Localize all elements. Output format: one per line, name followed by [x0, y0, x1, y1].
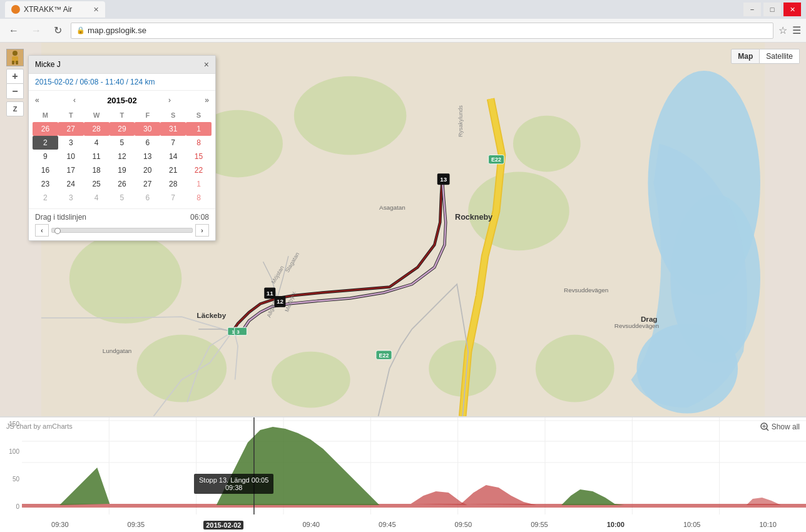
svg-point-7: [513, 116, 581, 172]
zoom-in-button[interactable]: +: [6, 69, 24, 84]
calendar-day[interactable]: 29: [110, 122, 135, 136]
svg-rect-42: [12, 61, 14, 64]
bookmark-button[interactable]: ☆: [778, 24, 787, 36]
calendar-day[interactable]: 9: [33, 150, 58, 163]
restore-button[interactable]: □: [763, 3, 781, 16]
calendar-day[interactable]: 26: [33, 122, 58, 136]
cal-last-button[interactable]: »: [202, 95, 212, 106]
calendar-day[interactable]: 6: [135, 191, 160, 205]
map-controls: + − Z: [6, 49, 24, 116]
calendar-day[interactable]: 23: [33, 177, 58, 191]
tab-close-icon[interactable]: ✕: [93, 6, 99, 14]
back-button[interactable]: ←: [5, 24, 23, 38]
calendar-day[interactable]: 28: [160, 177, 186, 191]
time-label-0930: 09:30: [51, 521, 69, 529]
satellite-view-button[interactable]: Satellite: [760, 49, 800, 64]
calendar-day[interactable]: 24: [58, 177, 84, 191]
calendar-day[interactable]: 14: [160, 150, 186, 163]
calendar-day[interactable]: 16: [33, 163, 58, 177]
svg-text:Revsuddevägen: Revsuddevägen: [564, 287, 608, 294]
calendar-day[interactable]: 8: [186, 191, 212, 205]
calendar-day[interactable]: 18: [84, 163, 110, 177]
calendar-day[interactable]: 22: [186, 163, 212, 177]
panel-close-button[interactable]: ×: [204, 59, 209, 69]
calendar-day[interactable]: 1: [186, 122, 212, 136]
calendar-day[interactable]: 5: [110, 136, 135, 150]
calendar-day[interactable]: 2: [33, 191, 58, 205]
timeline-slider-row: ‹ ›: [35, 224, 209, 237]
calendar-day[interactable]: 28: [84, 122, 110, 136]
zoom-out-button[interactable]: −: [6, 84, 24, 99]
menu-button[interactable]: ☰: [792, 24, 801, 36]
calendar-day[interactable]: 27: [135, 177, 160, 191]
calendar-day[interactable]: 8: [186, 136, 212, 150]
y-label-0: 0: [16, 503, 19, 510]
svg-point-13: [536, 335, 615, 402]
calendar-day[interactable]: 30: [135, 122, 160, 136]
time-label-1010: 10:10: [759, 521, 777, 529]
calendar-day[interactable]: 12: [110, 150, 135, 163]
cal-next-button[interactable]: ›: [166, 95, 173, 106]
y-label-100: 100: [9, 448, 19, 455]
tab-title: XTRAKK™ Air: [24, 5, 72, 14]
drag-label: Drag i tidslinjen: [35, 213, 86, 222]
calendar-day[interactable]: 1: [186, 177, 212, 191]
calendar-day[interactable]: 25: [84, 177, 110, 191]
zoom-reset-button[interactable]: Z: [6, 101, 24, 116]
map-area[interactable]: E22 E22 13 3 Rockneby Asagatan Läckeby D…: [0, 43, 806, 416]
calendar-day[interactable]: 10: [58, 150, 84, 163]
calendar-day[interactable]: 19: [110, 163, 135, 177]
svg-rect-43: [16, 61, 18, 64]
calendar-day[interactable]: 15: [186, 150, 212, 163]
time-label-0955: 09:55: [531, 521, 548, 529]
calendar-day[interactable]: 6: [135, 136, 160, 150]
svg-point-10: [272, 352, 350, 408]
calendar-day[interactable]: 5: [110, 191, 135, 205]
time-label-0945: 09:45: [379, 521, 396, 529]
address-lock-icon: 🔒: [76, 26, 85, 34]
calendar-day[interactable]: 4: [84, 191, 110, 205]
time-label-date: 2015-02-02: [203, 521, 243, 529]
tab-favicon: [11, 5, 20, 14]
address-bar[interactable]: 🔒 map.gpslogik.se: [71, 23, 773, 39]
calendar-day[interactable]: 7: [160, 191, 186, 205]
calendar-day[interactable]: 2: [33, 136, 58, 150]
calendar-day[interactable]: 3: [58, 191, 84, 205]
reload-button[interactable]: ↻: [50, 23, 66, 38]
time-label-1000: 10:00: [607, 521, 625, 529]
person-button[interactable]: [6, 49, 24, 66]
calendar-day[interactable]: 27: [58, 122, 84, 136]
chart-svg: [22, 417, 806, 514]
cal-prev-button[interactable]: ‹: [71, 95, 78, 106]
calendar-grid: MTWTFSS262728293031123456789101112131415…: [33, 108, 212, 205]
calendar-day[interactable]: 4: [84, 136, 110, 150]
calendar-day[interactable]: 11: [84, 150, 110, 163]
y-axis: 150 100 50 0: [0, 417, 22, 513]
svg-text:Rysakylunds: Rysakylunds: [457, 105, 464, 137]
cal-first-button[interactable]: «: [33, 95, 42, 106]
timeline-thumb[interactable]: [54, 228, 61, 234]
timeline-prev-button[interactable]: ‹: [35, 224, 49, 237]
calendar-day[interactable]: 31: [160, 122, 186, 136]
calendar-day[interactable]: 21: [160, 163, 186, 177]
minimize-button[interactable]: −: [743, 3, 761, 16]
timeline-next-button[interactable]: ›: [195, 224, 209, 237]
browser-tab[interactable]: XTRAKK™ Air ✕: [5, 1, 105, 18]
forward-button[interactable]: →: [28, 24, 45, 38]
map-type-buttons: Map Satellite: [731, 49, 800, 64]
timeline-track[interactable]: [51, 228, 193, 233]
calendar-day[interactable]: 20: [135, 163, 160, 177]
svg-point-40: [13, 51, 18, 56]
calendar-day[interactable]: 17: [58, 163, 84, 177]
calendar-day[interactable]: 26: [110, 177, 135, 191]
time-label-0940: 09:40: [302, 521, 320, 529]
calendar-day[interactable]: 3: [58, 136, 84, 150]
close-button[interactable]: ✕: [783, 3, 801, 16]
svg-point-12: [468, 171, 569, 250]
calendar: « ‹ 2015-02 › » MTWTFSS26272829303112345…: [29, 91, 215, 208]
calendar-day[interactable]: 7: [160, 136, 186, 150]
svg-text:Asagatan: Asagatan: [379, 204, 406, 211]
calendar-day[interactable]: 13: [135, 150, 160, 163]
nav-bar: ← → ↻ 🔒 map.gpslogik.se ☆ ☰: [0, 19, 806, 43]
map-view-button[interactable]: Map: [731, 49, 760, 64]
